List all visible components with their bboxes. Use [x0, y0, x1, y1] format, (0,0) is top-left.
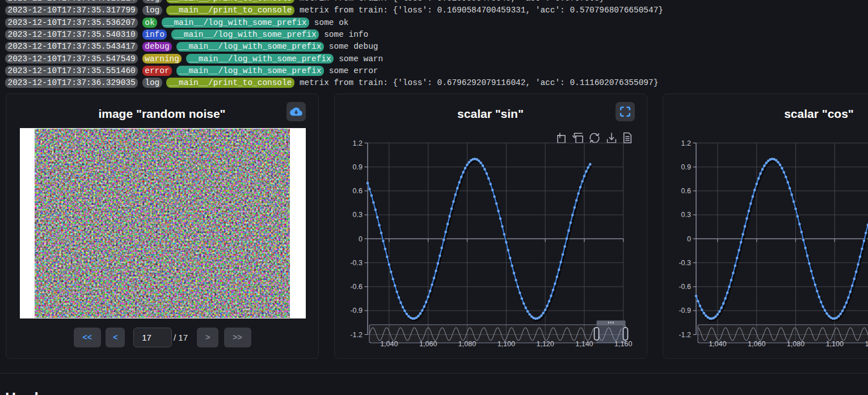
- svg-text:1,060: 1,060: [748, 339, 765, 347]
- svg-text:0.9: 0.9: [352, 163, 362, 171]
- svg-text:0.9: 0.9: [681, 163, 690, 171]
- svg-text:1,140: 1,140: [575, 339, 593, 347]
- svg-text:0.3: 0.3: [681, 211, 690, 219]
- svg-text:0: 0: [687, 235, 691, 243]
- svg-text:1,080: 1,080: [786, 339, 804, 347]
- svg-text:1,060: 1,060: [419, 339, 437, 347]
- svg-text:1,100: 1,100: [497, 339, 515, 347]
- svg-text:1,040: 1,040: [709, 339, 726, 347]
- svg-text:-1.2: -1.2: [679, 330, 691, 338]
- svg-text:1,080: 1,080: [458, 339, 475, 347]
- svg-text:-0.6: -0.6: [679, 283, 691, 291]
- svg-text:0.6: 0.6: [352, 187, 362, 195]
- svg-text:0.6: 0.6: [681, 187, 690, 195]
- svg-text:-0.9: -0.9: [679, 307, 691, 315]
- svg-text:1,160: 1,160: [614, 339, 632, 347]
- svg-text:1.2: 1.2: [352, 139, 362, 147]
- svg-text:1.2: 1.2: [681, 139, 690, 147]
- svg-text:-0.9: -0.9: [350, 307, 363, 315]
- svg-text:1,120: 1,120: [865, 339, 868, 347]
- svg-text:1,120: 1,120: [536, 339, 554, 347]
- svg-text:-0.3: -0.3: [350, 258, 363, 266]
- svg-text:0.3: 0.3: [352, 211, 362, 219]
- svg-text:1,040: 1,040: [380, 339, 398, 347]
- svg-text:-1.2: -1.2: [350, 330, 363, 338]
- svg-text:1,100: 1,100: [825, 339, 843, 347]
- svg-text:0: 0: [359, 235, 363, 243]
- svg-text:-0.6: -0.6: [350, 283, 363, 291]
- svg-text:-0.3: -0.3: [679, 258, 691, 266]
